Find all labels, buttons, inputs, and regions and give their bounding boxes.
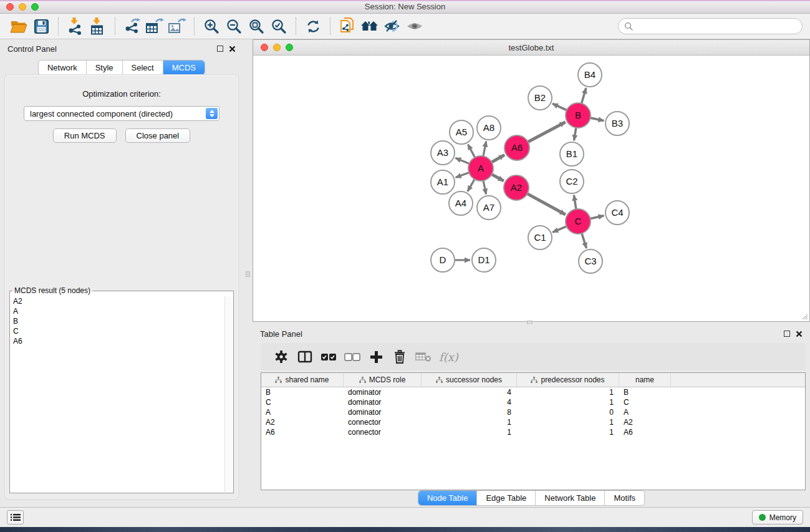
first-neighbors-icon[interactable]: [359, 16, 381, 36]
edge-A-A5[interactable]: [468, 144, 475, 158]
node-A2[interactable]: A2: [504, 175, 529, 200]
column-header-successor-nodes[interactable]: successor nodes: [422, 373, 517, 387]
edge-A-A7[interactable]: [483, 180, 486, 195]
import-network-icon[interactable]: [64, 16, 87, 36]
tab-mcds[interactable]: MCDS: [163, 60, 205, 75]
node-C2[interactable]: C2: [560, 170, 584, 193]
mcds-result-item[interactable]: A6: [11, 336, 224, 346]
select-all-icon[interactable]: [317, 348, 340, 365]
node-A8[interactable]: A8: [477, 116, 501, 140]
column-header-mcds-role[interactable]: MCDS role: [344, 373, 422, 387]
edge-A6-B[interactable]: [527, 122, 566, 143]
table-cell[interactable]: 1: [517, 427, 619, 437]
vertical-split-divider[interactable]: [243, 39, 253, 507]
float-table-panel-icon[interactable]: [784, 331, 790, 337]
mcds-result-item[interactable]: C: [11, 326, 224, 336]
tab-motifs[interactable]: Motifs: [605, 491, 644, 505]
node-B4[interactable]: B4: [578, 63, 602, 87]
table-cell[interactable]: 0: [517, 407, 619, 417]
edge-B-B4[interactable]: [581, 88, 586, 105]
table-cell[interactable]: connector: [344, 427, 422, 437]
edge-C-C1[interactable]: [552, 226, 567, 232]
network-minimize-button[interactable]: [273, 44, 281, 51]
edge-B-B2[interactable]: [552, 104, 568, 110]
close-panel-icon[interactable]: [229, 46, 236, 52]
close-window-button[interactable]: [6, 3, 14, 11]
edge-A-A1[interactable]: [456, 172, 470, 177]
table-row[interactable]: Adominator80A: [261, 407, 805, 417]
divider-grip[interactable]: [246, 271, 250, 277]
new-network-from-selection-icon[interactable]: [336, 16, 359, 36]
table-cell[interactable]: A: [619, 407, 671, 417]
export-table-icon[interactable]: [143, 16, 166, 36]
node-B3[interactable]: B3: [605, 112, 629, 135]
table-cell[interactable]: A2: [619, 417, 671, 427]
table-cell[interactable]: dominator: [344, 407, 422, 417]
table-row[interactable]: Bdominator41B: [261, 387, 805, 397]
table-cell[interactable]: dominator: [344, 387, 422, 397]
run-mcds-button[interactable]: Run MCDS: [53, 128, 117, 143]
mcds-result-item[interactable]: A: [11, 306, 224, 316]
column-header-name[interactable]: name: [619, 373, 671, 387]
table-cell[interactable]: A2: [261, 417, 344, 427]
table-row[interactable]: A2connector11A2: [261, 417, 805, 427]
show-column-icon[interactable]: [293, 348, 317, 365]
resize-grip-icon[interactable]: [801, 312, 808, 320]
zoom-out-icon[interactable]: [223, 16, 245, 36]
zoom-in-icon[interactable]: [200, 16, 223, 36]
export-network-icon[interactable]: [121, 16, 143, 36]
table-cell[interactable]: 1: [517, 387, 619, 397]
node-C3[interactable]: C3: [579, 249, 602, 273]
network-close-button[interactable]: [261, 44, 268, 51]
criterion-dropdown[interactable]: largest connected component (directed): [24, 106, 219, 121]
float-panel-icon[interactable]: [217, 46, 223, 52]
mcds-result-scrollbar[interactable]: [224, 296, 233, 492]
show-all-icon[interactable]: [403, 16, 426, 36]
table-cell[interactable]: 1: [517, 397, 619, 407]
tab-network-table[interactable]: Network Table: [536, 491, 605, 505]
table-row[interactable]: Cdominator41C: [261, 397, 805, 407]
refresh-icon[interactable]: [302, 16, 324, 36]
table-cell[interactable]: C: [619, 397, 671, 407]
node-A5[interactable]: A5: [450, 120, 473, 144]
edge-C-C4[interactable]: [589, 216, 604, 219]
open-file-icon[interactable]: [7, 16, 30, 36]
export-image-icon[interactable]: [166, 16, 188, 36]
table-cell[interactable]: 1: [422, 417, 517, 427]
memory-button[interactable]: Memory: [752, 510, 803, 525]
column-header-shared-name[interactable]: shared name: [261, 373, 344, 387]
table-cell[interactable]: 1: [422, 427, 517, 437]
table-cell[interactable]: C: [261, 397, 344, 407]
tab-node-table[interactable]: Node Table: [418, 491, 478, 505]
search-field[interactable]: [618, 18, 803, 34]
edge-A-A8[interactable]: [483, 142, 486, 158]
table-cell[interactable]: 8: [422, 407, 517, 417]
tab-edge-table[interactable]: Edge Table: [477, 491, 536, 505]
zoom-fit-icon[interactable]: [245, 16, 268, 36]
close-panel-button[interactable]: Close panel: [125, 128, 191, 143]
table-cell[interactable]: B: [619, 387, 671, 397]
save-session-icon[interactable]: [30, 16, 52, 36]
zoom-window-button[interactable]: [31, 3, 39, 11]
edge-B-B1[interactable]: [574, 127, 577, 141]
hide-selected-icon[interactable]: [381, 16, 403, 36]
node-D1[interactable]: D1: [472, 248, 496, 272]
node-A1[interactable]: A1: [431, 170, 455, 194]
tab-network[interactable]: Network: [39, 60, 87, 75]
delete-icon[interactable]: [388, 348, 412, 365]
mcds-result-item[interactable]: A2: [11, 296, 224, 306]
table-cell[interactable]: A6: [619, 427, 671, 437]
table-cell[interactable]: 4: [422, 397, 517, 407]
edge-C-C3[interactable]: [581, 232, 586, 248]
node-D[interactable]: D: [431, 248, 455, 272]
edge-C-C2[interactable]: [574, 195, 576, 210]
node-C4[interactable]: C4: [605, 201, 629, 225]
node-B1[interactable]: B1: [560, 142, 584, 166]
import-table-icon[interactable]: [87, 16, 109, 36]
table-row[interactable]: A6connector11A6: [261, 427, 805, 437]
node-C[interactable]: C: [566, 209, 591, 234]
node-A6[interactable]: A6: [504, 135, 529, 160]
tab-style[interactable]: Style: [87, 60, 123, 75]
table-cell[interactable]: connector: [344, 417, 422, 427]
tab-select[interactable]: Select: [123, 60, 163, 75]
